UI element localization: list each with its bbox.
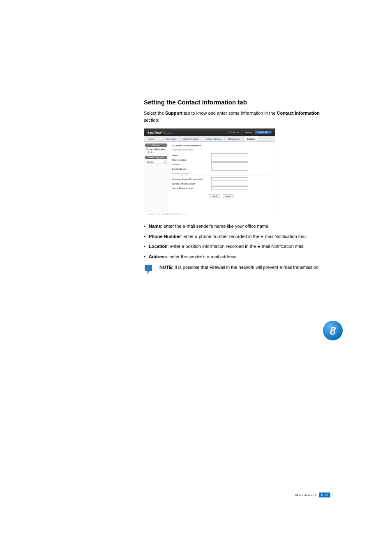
sc-field-name: Name : (172, 153, 271, 157)
bullet-text: : enter the e-mail sender's name like yo… (161, 224, 270, 229)
sc-field-supply: Supply Phone Number : (172, 186, 271, 190)
sc-input-location[interactable] (211, 162, 248, 166)
sc-input-supply[interactable] (211, 186, 248, 190)
intro-bold-support: Support (165, 111, 182, 116)
note-text: NOTE: It is possible that Firewall in th… (159, 264, 330, 271)
sc-field-location: Location : (172, 162, 271, 166)
page-footer: Maintenance 8.19 (295, 493, 330, 497)
sc-input-cust[interactable] (211, 177, 248, 181)
sc-label-supply: Supply Phone Number : (172, 187, 211, 190)
sc-side-item-contact[interactable]: Contact Information (145, 148, 167, 151)
sc-page-title: > Contact Information >> (172, 144, 271, 147)
footer-page-number: 8.19 (319, 493, 330, 497)
sc-field-service: Service's Phone Number : (172, 182, 271, 185)
sc-input-name[interactable] (211, 153, 248, 157)
bullet-phone: Phone Number: enter a phone number recor… (144, 233, 330, 240)
sc-input-email[interactable] (211, 167, 248, 171)
footer-label: Maintenance (295, 493, 317, 497)
sc-copyright: Copyrights © 1995 - 2004 SAMSUNG. All ri… (144, 212, 275, 216)
note-bold: NOTE (159, 265, 172, 270)
bullet-list: Name: enter the e-mail sender's name lik… (144, 223, 330, 260)
sc-label-phone: Phone Number : (172, 159, 211, 161)
sc-lang-select[interactable]: English ▾ (146, 160, 166, 164)
section-heading: Setting the Contact Information tab (144, 99, 330, 106)
sc-tab-network[interactable]: Network Settings (202, 136, 225, 141)
sc-button-row: Apply Undo (172, 194, 271, 198)
sc-body: Support Contact Information Link > Selec… (144, 142, 275, 212)
sc-top-links: Contact us | Sitemap SAMSUNG (229, 131, 272, 134)
sc-field-email: E-mail Address : (172, 167, 271, 171)
sc-input-phone[interactable] (211, 158, 248, 162)
sc-tab-support[interactable]: Support (244, 136, 258, 141)
note-block: NOTE: It is possible that Firewall in th… (144, 264, 330, 277)
intro-text: section. (144, 118, 159, 123)
bullet-text: : enter the sender's e-mail address. (167, 254, 238, 259)
bullet-name: Name: enter the e-mail sender's name lik… (144, 223, 330, 230)
sc-tab-machine[interactable]: Machine Settings (180, 136, 202, 141)
sc-field-cust: Customer Support Phone Number : (172, 177, 271, 181)
bullet-bold: Name (149, 224, 161, 229)
intro-text: Select the (144, 111, 165, 116)
sc-label-email: E-mail Address : (172, 168, 211, 170)
bullet-bold: Location (149, 244, 168, 249)
sc-tab-home[interactable]: > home (144, 136, 162, 141)
intro-bold-contact: Contact Information (277, 111, 320, 116)
chevron-down-icon: ▾ (164, 161, 165, 163)
sc-topbar: SyncThru™ Web Service Contact us | Sitem… (144, 129, 275, 136)
sc-logo-wrap: SyncThru™ Web Service (148, 131, 174, 134)
sc-side-header-support: Support (145, 143, 167, 147)
sc-input-service[interactable] (211, 182, 248, 185)
intro-paragraph: Select the Support tab to know and enter… (144, 110, 330, 123)
sc-label-location: Location : (172, 163, 211, 166)
note-icon (144, 264, 155, 277)
sc-tab-information[interactable]: Information (162, 136, 180, 141)
sc-link-sitemap[interactable]: Sitemap (244, 131, 252, 134)
sc-link-contact[interactable]: Contact us (229, 131, 239, 134)
sc-brand-pill: SAMSUNG (255, 131, 272, 134)
sc-tab-maintenance[interactable]: Maintenance (225, 136, 244, 141)
sc-lang-value: English (147, 161, 154, 163)
embedded-screenshot: SyncThru™ Web Service Contact us | Sitem… (144, 128, 275, 216)
bullet-bold: Phone Number (149, 234, 181, 239)
note-rest: : It is possible that Firewall in the ne… (172, 265, 320, 270)
sc-divider: | (242, 131, 242, 134)
bullet-text: : enter a position information recorded … (168, 244, 304, 249)
sc-label-cust: Customer Support Phone Number : (172, 178, 211, 180)
sc-apply-button[interactable]: Apply (210, 194, 221, 198)
bullet-location: Location: enter a position information r… (144, 243, 330, 250)
sc-undo-button[interactable]: Undo (223, 194, 233, 198)
bullet-bold: Address (149, 254, 167, 259)
chapter-badge: 8 (323, 321, 343, 340)
sc-sidebar: Support Contact Information Link > Selec… (144, 142, 168, 212)
bullet-text: : enter a phone number recorded in the E… (181, 234, 308, 239)
sc-field-phone: Phone Number : (172, 158, 271, 162)
sc-section-admin: # System Administrator (172, 148, 271, 152)
bullet-address: Address: enter the sender's e-mail addre… (144, 253, 330, 260)
sc-side-header-lang: Select Language (145, 156, 167, 159)
sc-logo-sub: Web Service (164, 132, 174, 134)
sc-logo: SyncThru™ (148, 131, 164, 134)
sc-tabbar: > home Information Machine Settings Netw… (144, 136, 275, 142)
sc-label-service: Service's Phone Number : (172, 183, 211, 185)
intro-text: tab to know and enter some information i… (182, 111, 277, 116)
sc-main: > Contact Information >> # System Admini… (168, 142, 275, 212)
sc-label-name: Name : (172, 154, 211, 157)
sc-section-samsung: # Samsung Support (172, 172, 271, 176)
